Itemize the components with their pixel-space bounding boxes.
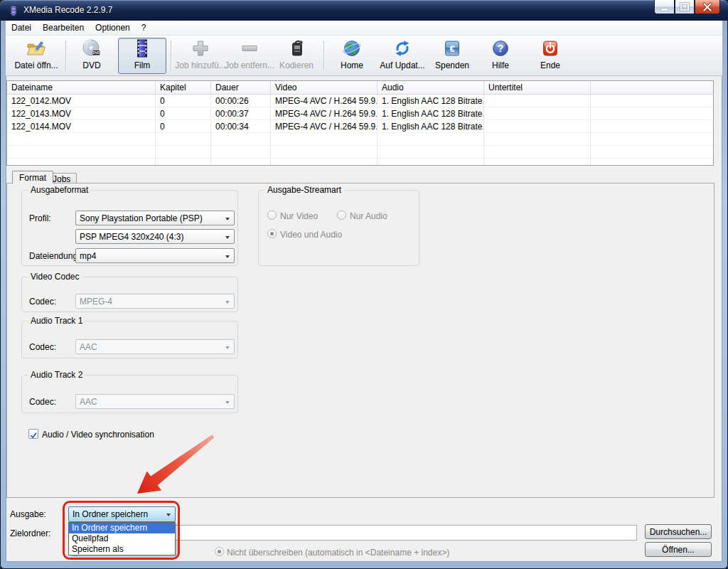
groupbox-audio-track-2: Audio Track 2 Codec: AAC bbox=[21, 375, 238, 413]
toolbar-label: Film bbox=[134, 60, 151, 70]
maximize-icon bbox=[675, 0, 694, 14]
combo-value: Sony Playstation Portable (PSP) bbox=[80, 213, 203, 223]
preset-combobox[interactable]: PSP MPEG4 320x240 (4:3) bbox=[75, 229, 235, 244]
help-button[interactable]: ? Hilfe bbox=[480, 38, 521, 73]
cell: 122_0143.MOV bbox=[7, 107, 156, 119]
encode-bag-icon bbox=[287, 38, 306, 58]
radio-label: Nur Audio bbox=[350, 211, 387, 221]
col-audio[interactable]: Audio bbox=[378, 81, 484, 94]
home-button[interactable]: Home bbox=[331, 38, 373, 73]
radio-video-und-audio[interactable] bbox=[267, 229, 277, 238]
menu-bearbeiten[interactable]: Bearbeiten bbox=[37, 21, 90, 35]
open-folder-button[interactable]: Öffnen... bbox=[645, 542, 712, 557]
dvd-button[interactable]: DVD DVD bbox=[71, 38, 112, 73]
cell: 1. English AAC 128 Bitrate... bbox=[378, 107, 484, 119]
toolbar-label: Spenden bbox=[435, 60, 469, 70]
empty-row bbox=[7, 133, 713, 146]
toolbar-separator bbox=[323, 41, 324, 70]
maximize-button[interactable] bbox=[675, 0, 695, 14]
toolbar: Datei öffn... DVD DVD bbox=[6, 36, 722, 76]
dropdown-option-quellpfad[interactable]: Quellpfad bbox=[69, 533, 175, 544]
browse-button[interactable]: Durchsuchen... bbox=[645, 524, 712, 539]
encode-button[interactable]: Kodieren bbox=[274, 38, 318, 73]
svg-text:?: ? bbox=[498, 43, 504, 54]
menu-hilfe[interactable]: ? bbox=[136, 21, 152, 35]
radio-nur-video[interactable] bbox=[267, 211, 277, 220]
exit-button[interactable]: Ende bbox=[530, 38, 571, 73]
cell: 00:00:34 bbox=[211, 120, 271, 132]
chevron-down-icon bbox=[225, 401, 230, 404]
close-icon bbox=[695, 0, 719, 14]
cell: MPEG-4 AVC / H.264 59.9... bbox=[271, 95, 378, 107]
toolbar-label: Home bbox=[341, 60, 363, 70]
cell: 1. English AAC 128 Bitrate... bbox=[378, 95, 484, 107]
groupbox-title: Audio Track 1 bbox=[28, 316, 85, 326]
menu-datei[interactable]: Datei bbox=[6, 21, 37, 35]
combo-value: AAC bbox=[80, 342, 97, 352]
zielordner-label: Zielordner: bbox=[10, 528, 50, 538]
cell: 0 bbox=[156, 95, 211, 107]
minus-icon bbox=[240, 38, 259, 58]
euro-icon: € bbox=[442, 38, 462, 58]
col-dateiname[interactable]: Dateiname bbox=[7, 81, 156, 94]
groupbox-ausgabeformat: Ausgabeformat Profil: Sony Playstation P… bbox=[21, 190, 238, 266]
update-button[interactable]: Auf Updat... bbox=[376, 38, 429, 73]
radio-nicht-ueberschreiben[interactable] bbox=[215, 547, 224, 556]
chevron-down-icon bbox=[225, 218, 230, 220]
menu-bar: Datei Bearbeiten Optionen ? bbox=[6, 21, 722, 36]
job-add-button[interactable]: Job hinzufü... bbox=[175, 38, 226, 73]
job-remove-button[interactable]: Job entfern... bbox=[225, 38, 274, 73]
combo-value: In Ordner speichern bbox=[73, 509, 148, 519]
cell: 122_0144.MOV bbox=[7, 120, 156, 132]
open-file-button[interactable]: Datei öffn... bbox=[11, 38, 61, 73]
minimize-icon bbox=[655, 0, 674, 14]
col-video[interactable]: Video bbox=[271, 81, 378, 94]
window-title: XMedia Recode 2.2.9.7 bbox=[23, 5, 112, 15]
table-row[interactable]: 122_0142.MOV 0 00:00:26 MPEG-4 AVC / H.2… bbox=[7, 95, 713, 107]
table-row[interactable]: 122_0143.MOV 0 00:00:37 MPEG-4 AVC / H.2… bbox=[7, 107, 713, 120]
minimize-button[interactable] bbox=[654, 0, 675, 14]
toolbar-label: Job hinzufü... bbox=[175, 60, 225, 70]
chevron-down-icon bbox=[225, 301, 230, 304]
audio1-codec-combobox: AAC bbox=[75, 339, 235, 354]
donate-button[interactable]: € Spenden bbox=[430, 38, 474, 73]
sync-checkbox[interactable] bbox=[28, 429, 38, 439]
toolbar-label: Job entfern... bbox=[225, 60, 274, 70]
file-list-table: Dateiname Kapitel Dauer Video Audio Unte… bbox=[6, 80, 714, 166]
dropdown-option-speichern-als[interactable]: Speichern als bbox=[69, 544, 175, 555]
codec-label: Codec: bbox=[29, 397, 56, 407]
radio-label: Nur Video bbox=[280, 211, 318, 221]
col-kapitel[interactable]: Kapitel bbox=[156, 81, 211, 94]
groupbox-title: Video Codec bbox=[28, 272, 82, 282]
col-dauer[interactable]: Dauer bbox=[211, 81, 271, 94]
dropdown-option-in-ordner-speichern[interactable]: In Ordner speichern bbox=[69, 523, 175, 533]
combo-value: AAC bbox=[80, 397, 97, 407]
profil-label: Profil: bbox=[29, 213, 51, 223]
svg-text:DVD: DVD bbox=[93, 51, 100, 55]
question-icon: ? bbox=[491, 38, 510, 58]
toolbar-label: Datei öffn... bbox=[14, 60, 58, 70]
codec-label: Codec: bbox=[29, 342, 56, 352]
cell: MPEG-4 AVC / H.264 59.9... bbox=[271, 120, 378, 132]
cell bbox=[591, 120, 713, 132]
extension-combobox[interactable]: mp4 bbox=[75, 248, 235, 263]
power-icon bbox=[540, 38, 560, 58]
close-button[interactable] bbox=[695, 0, 720, 14]
col-untertitel[interactable]: Untertitel bbox=[484, 81, 591, 94]
table-row[interactable]: 122_0144.MOV 0 00:00:34 MPEG-4 AVC / H.2… bbox=[7, 120, 713, 133]
ausgabe-dropdown-list: In Ordner speichern Quellpfad Speichern … bbox=[68, 522, 176, 555]
groupbox-title: Audio Track 2 bbox=[28, 370, 85, 380]
cell bbox=[484, 107, 591, 119]
plus-icon bbox=[191, 38, 210, 58]
film-button[interactable]: Film bbox=[122, 38, 163, 73]
tab-format[interactable]: Format bbox=[12, 171, 53, 184]
menu-optionen[interactable]: Optionen bbox=[90, 21, 136, 35]
chevron-down-icon bbox=[225, 255, 230, 258]
audio2-codec-combobox: AAC bbox=[75, 394, 235, 409]
radio-nur-audio[interactable] bbox=[337, 211, 346, 220]
ausgabe-combobox[interactable]: In Ordner speichern bbox=[68, 506, 176, 522]
combo-value: PSP MPEG4 320x240 (4:3) bbox=[80, 232, 184, 242]
cell bbox=[484, 120, 591, 132]
title-bar[interactable]: XMedia Recode 2.2.9.7 bbox=[0, 0, 728, 21]
profil-combobox[interactable]: Sony Playstation Portable (PSP) bbox=[75, 211, 235, 225]
